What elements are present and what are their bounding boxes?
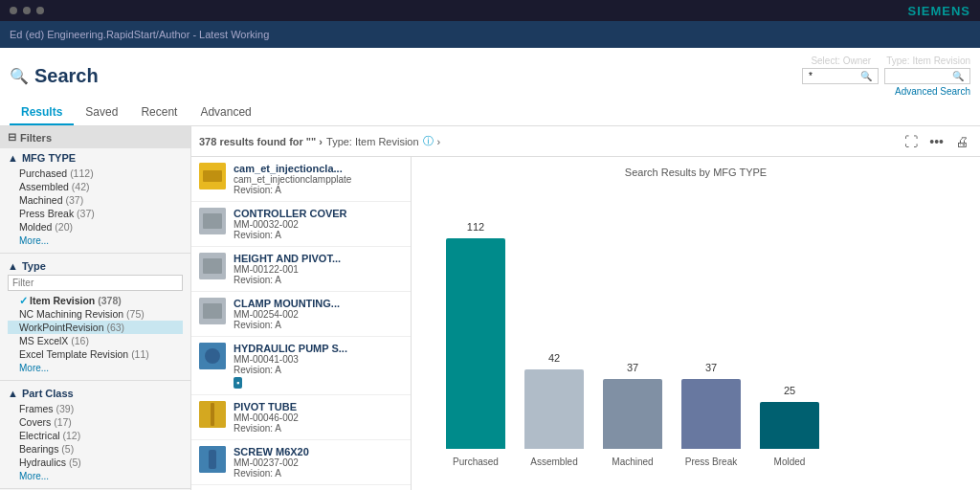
filter-nc-machining[interactable]: NC Machining Revision (75) <box>8 307 183 321</box>
bar-rect-assembled <box>524 369 584 449</box>
window-dot-1 <box>10 7 17 14</box>
filter-item-revision[interactable]: ✓Item Revision (378) <box>8 294 183 307</box>
print-button[interactable]: 🖨 <box>951 132 972 151</box>
advanced-search-link[interactable]: Advanced Search <box>895 86 970 97</box>
item-details-4: CLAMP MOUNTING... MM-00254-002 Revision:… <box>234 298 403 330</box>
content-toolbar: 378 results found for "" › Type: Item Re… <box>191 126 980 157</box>
item-name-6: PIVOT TUBE <box>234 401 403 412</box>
tab-results[interactable]: Results <box>10 100 74 125</box>
list-item[interactable]: CLAMP MOUNTING... MM-00254-002 Revision:… <box>191 292 411 337</box>
item-name-5: HYDRAULIC PUMP S... <box>234 343 403 354</box>
type-filter-input[interactable] <box>8 275 183 291</box>
bar-press-break: 37 Press Break <box>681 362 741 467</box>
item-revision-6: Revision: A <box>234 423 403 434</box>
sidebar: ⊟ Filters ▲ MFG TYPE Purchased (112) Ass… <box>0 126 191 490</box>
tab-recent[interactable]: Recent <box>129 100 189 125</box>
item-details-3: HEIGHT AND PIVOT... MM-00122-001 Revisio… <box>234 253 403 285</box>
item-name-1: cam_et_injectioncla... <box>234 163 403 174</box>
tab-advanced[interactable]: Advanced <box>189 100 262 125</box>
breadcrumb-arrow: › <box>437 136 441 147</box>
bar-value-molded: 25 <box>784 385 795 396</box>
filter-electrical[interactable]: Electrical (12) <box>8 429 183 442</box>
content-area: 378 results found for "" › Type: Item Re… <box>191 126 980 490</box>
item-icon-3 <box>199 253 226 279</box>
bar-rect-molded <box>760 402 819 449</box>
list-item[interactable]: cam_et_injectioncla... cam_et_injectionc… <box>191 157 411 202</box>
filter-bearings[interactable]: Bearings (5) <box>8 442 183 456</box>
list-item[interactable]: HYDRAULIC PUMP S... MM-00041-003 Revisio… <box>191 337 411 395</box>
item-details-5: HYDRAULIC PUMP S... MM-00041-003 Revisio… <box>234 343 403 389</box>
item-id-3: MM-00122-001 <box>234 264 403 275</box>
list-item[interactable]: PIVOT TUBE MM-00046-002 Revision: A <box>191 395 411 440</box>
filter-assembled[interactable]: Assembled (42) <box>8 180 183 193</box>
type-search-icon: 🔍 <box>952 71 964 81</box>
collapse-icon: ▲ <box>8 152 18 164</box>
filter-machined[interactable]: Machined (37) <box>8 193 183 207</box>
bar-label-molded: Molded <box>774 457 806 467</box>
item-icon-2 <box>199 208 226 234</box>
item-revision-1: Revision: A <box>234 185 403 195</box>
part-class-toggle[interactable]: ▲ Part Class <box>8 388 183 399</box>
breadcrumb-type: Type: Item Revision <box>326 136 419 147</box>
filters-header: ⊟ Filters <box>0 126 190 148</box>
header-area: 🔍 Search Select: Owner Type: Item Revisi… <box>0 48 980 126</box>
more-options-button[interactable]: ••• <box>925 132 947 151</box>
results-list: cam_et_injectioncla... cam_et_injectionc… <box>191 157 412 490</box>
item-revision-2: Revision: A <box>234 230 403 240</box>
item-name-4: CLAMP MOUNTING... <box>234 298 403 309</box>
item-name-3: HEIGHT AND PIVOT... <box>234 253 403 264</box>
filter-purchased[interactable]: Purchased (112) <box>8 167 183 180</box>
app-bar: Ed (ed) Engineering.RapidStart/Author - … <box>0 21 980 48</box>
results-breadcrumb: 378 results found for "" › Type: Item Re… <box>199 134 895 148</box>
item-revision-4: Revision: A <box>234 320 403 330</box>
filter-part-class: ▲ Part Class Frames (39) Covers (17) Ele… <box>0 384 190 485</box>
mfg-type-more[interactable]: More... <box>8 234 183 248</box>
bar-assembled: 42 Assembled <box>524 352 584 467</box>
item-details-6: PIVOT TUBE MM-00046-002 Revision: A <box>234 401 403 434</box>
main-layout: ⊟ Filters ▲ MFG TYPE Purchased (112) Ass… <box>0 126 980 490</box>
filter-covers[interactable]: Covers (17) <box>8 415 183 429</box>
type-search-input[interactable] <box>891 71 952 81</box>
svg-rect-7 <box>203 303 222 319</box>
filter-press-break[interactable]: Press Break (37) <box>8 207 183 220</box>
filter-workpoint[interactable]: WorkPointRevision (63) <box>8 321 183 334</box>
list-item[interactable]: SCREW M6X20 MM-00237-002 Revision: A <box>191 440 411 485</box>
item-details-1: cam_et_injectioncla... cam_et_injectionc… <box>234 163 403 195</box>
item-revision-3: Revision: A <box>234 275 403 285</box>
item-name-7: SCREW M6X20 <box>234 446 403 457</box>
type-toggle[interactable]: ▲ Type <box>8 260 183 272</box>
list-item[interactable]: HEIGHT AND PIVOT... MM-00122-001 Revisio… <box>191 247 411 292</box>
filter-molded[interactable]: Molded (20) <box>8 220 183 234</box>
type-more[interactable]: More... <box>8 361 183 375</box>
app-path: Ed (ed) Engineering.RapidStart/Author - … <box>10 29 269 40</box>
brand-logo: SIEMENS <box>907 4 970 18</box>
list-item[interactable]: 5M SELF-CENTERIN... MM-00039-002 Revisio… <box>191 485 411 490</box>
filter-frames[interactable]: Frames (39) <box>8 402 183 415</box>
top-bar: SIEMENS <box>0 0 980 21</box>
tab-saved[interactable]: Saved <box>74 100 129 125</box>
owner-search-input[interactable] <box>809 71 860 81</box>
item-id-2: MM-00032-002 <box>234 219 403 230</box>
item-id-4: MM-00254-002 <box>234 309 403 320</box>
bar-label-purchased: Purchased <box>453 457 499 467</box>
item-id-7: MM-00237-002 <box>234 457 403 468</box>
nav-tabs: Results Saved Recent Advanced <box>10 100 970 125</box>
bar-value-assembled: 42 <box>548 352 560 364</box>
svg-rect-13 <box>209 450 216 469</box>
item-icon-7 <box>199 446 226 473</box>
fullscreen-button[interactable]: ⛶ <box>901 132 922 151</box>
filter-ms-excelx[interactable]: MS ExcelX (16) <box>8 334 183 347</box>
page-title: 🔍 Search <box>10 61 99 91</box>
bar-rect-press-break <box>681 379 741 449</box>
chart-title: Search Results by MFG TYPE <box>427 167 965 178</box>
bar-molded: 25 Molded <box>760 385 819 467</box>
mfg-type-toggle[interactable]: ▲ MFG TYPE <box>8 152 183 164</box>
item-icon-5 <box>199 343 226 369</box>
bar-rect-purchased <box>446 238 505 449</box>
list-item[interactable]: CONTROLLER COVER MM-00032-002 Revision: … <box>191 202 411 247</box>
item-revision-7: Revision: A <box>234 468 403 479</box>
part-class-more[interactable]: More... <box>8 469 183 483</box>
filter-excel-template[interactable]: Excel Template Revision (11) <box>8 347 183 361</box>
search-mini-icon: 🔍 <box>860 71 872 81</box>
filter-hydraulics[interactable]: Hydraulics (5) <box>8 456 183 469</box>
